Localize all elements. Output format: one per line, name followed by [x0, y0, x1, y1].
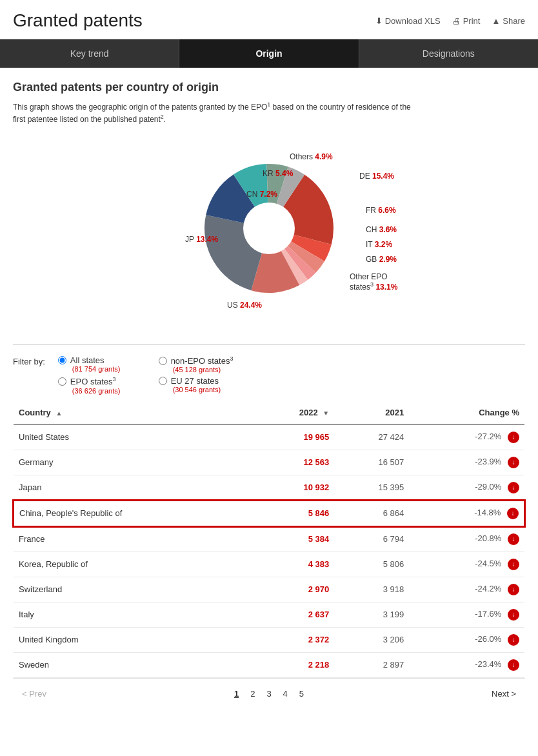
col-country[interactable]: Country ▲: [14, 401, 250, 424]
cell-2021: 3 199: [334, 602, 409, 627]
cell-change: -17.6% ↓: [409, 602, 524, 627]
cell-country: China, People's Republic of: [14, 501, 250, 526]
cell-country: Switzerland: [14, 577, 250, 602]
divider: [13, 344, 525, 345]
cell-country: United Kingdom: [14, 627, 250, 652]
print-button[interactable]: 🖨 Print: [452, 16, 481, 26]
cell-country: Sweden: [14, 652, 250, 677]
filter-epo-radio[interactable]: [58, 377, 66, 386]
page-numbers: 1 2 3 4 5: [232, 688, 306, 700]
pie-label-gb: GB 2.9%: [366, 255, 397, 264]
filter-eu27-radio[interactable]: [159, 377, 167, 385]
table-row: France 5 384 6 794 -20.8% ↓: [14, 526, 524, 552]
description: This graph shows the geographic origin o…: [13, 101, 413, 125]
download-icon: ⬇: [375, 16, 383, 26]
page-3[interactable]: 3: [264, 688, 274, 700]
next-button[interactable]: Next >: [488, 688, 520, 700]
cell-2021: 3 206: [334, 627, 409, 652]
cell-change: -27.2% ↓: [409, 424, 524, 450]
cell-2021: 6 794: [334, 526, 409, 552]
cell-country: Japan: [14, 475, 250, 501]
cell-change: -24.5% ↓: [409, 552, 524, 577]
cell-change: -20.8% ↓: [409, 526, 524, 552]
page-1[interactable]: 1: [232, 688, 241, 700]
tab-bar: Key trend Origin Designations: [0, 39, 538, 68]
col-change[interactable]: Change %: [409, 401, 524, 424]
pie-label-jp: JP 13.4%: [185, 235, 218, 244]
cell-country: Italy: [14, 602, 250, 627]
sort-icon-2022: ▼: [323, 410, 329, 417]
cell-country: United States: [14, 424, 250, 450]
filter-section: Filter by: All states (81 754 grants) no…: [13, 355, 525, 395]
tab-key-trend[interactable]: Key trend: [0, 39, 179, 68]
cell-change: -23.9% ↓: [409, 450, 524, 475]
pie-label-de: DE 15.4%: [359, 172, 394, 181]
filter-label: Filter by:: [13, 355, 45, 366]
table-row: Sweden 2 218 2 897 -23.4% ↓: [14, 652, 524, 677]
pie-label-us: US 24.4%: [227, 301, 262, 310]
cell-change: -29.0% ↓: [409, 475, 524, 501]
print-icon: 🖨: [452, 16, 461, 26]
filter-eu27: EU 27 states (30 546 grants): [159, 376, 234, 394]
down-trend-icon: ↓: [508, 457, 519, 468]
table-row: Korea, Republic of 4 383 5 806 -24.5% ↓: [14, 552, 524, 577]
pagination: < Prev 1 2 3 4 5 Next >: [13, 678, 525, 706]
cell-2022: 2 970: [250, 577, 334, 602]
cell-country: Korea, Republic of: [14, 552, 250, 577]
tab-designations[interactable]: Designations: [359, 39, 538, 68]
filter-all-radio[interactable]: [58, 356, 66, 364]
page-2[interactable]: 2: [248, 688, 257, 700]
prev-button[interactable]: < Prev: [18, 688, 50, 700]
cell-change: -23.4% ↓: [409, 652, 524, 677]
cell-change: -26.0% ↓: [409, 627, 524, 652]
table-row: Switzerland 2 970 3 918 -24.2% ↓: [14, 577, 524, 602]
pie-label-other-epo: Other EPOstates3 13.1%: [350, 272, 397, 292]
section-title: Granted patents per country of origin: [13, 81, 525, 94]
cell-change: -24.2% ↓: [409, 577, 524, 602]
filter-all-states: All states (81 754 grants): [58, 355, 133, 373]
table-row: Germany 12 563 16 507 -23.9% ↓: [14, 450, 524, 475]
table-row: United Kingdom 2 372 3 206 -26.0% ↓: [14, 627, 524, 652]
cell-2022: 2 372: [250, 627, 334, 652]
page-5[interactable]: 5: [297, 688, 306, 700]
pie-label-fr: FR 6.6%: [366, 206, 396, 215]
table-row: China, People's Republic of 5 846 6 864 …: [14, 501, 524, 526]
header: Granted patents ⬇ Download XLS 🖨 Print ▲…: [0, 0, 538, 39]
cell-2021: 6 864: [334, 501, 409, 526]
data-table: Country ▲ 2022 ▼ 2021 Change %: [13, 401, 525, 678]
cell-2021: 3 918: [334, 577, 409, 602]
cell-2022: 5 384: [250, 526, 334, 552]
page-title: Granted patents: [13, 10, 143, 31]
pie-label-ch: CH 3.6%: [366, 225, 397, 234]
sort-icon-country: ▲: [55, 410, 62, 417]
cell-2022: 4 383: [250, 552, 334, 577]
col-2022[interactable]: 2022 ▼: [250, 401, 334, 424]
tab-origin[interactable]: Origin: [179, 39, 359, 68]
cell-change: -14.8% ↓: [409, 501, 524, 526]
pie-label-others: Others 4.9%: [290, 152, 333, 161]
down-trend-icon: ↓: [508, 432, 519, 443]
down-trend-icon: ↓: [508, 533, 519, 545]
cell-2022: 10 932: [250, 475, 334, 501]
cell-2022: 19 965: [250, 424, 334, 450]
cell-2021: 5 806: [334, 552, 409, 577]
main-content: Granted patents per country of origin Th…: [0, 68, 538, 713]
share-button[interactable]: ▲ Share: [492, 16, 525, 26]
pie-label-cn: CN 7.2%: [246, 190, 277, 199]
table-row: Italy 2 637 3 199 -17.6% ↓: [14, 602, 524, 627]
down-trend-icon: ↓: [508, 609, 519, 621]
down-trend-icon: ↓: [508, 584, 519, 595]
page-4[interactable]: 4: [281, 688, 290, 700]
col-2021[interactable]: 2021: [334, 401, 409, 424]
filter-non-epo-radio[interactable]: [159, 357, 167, 365]
pie-label-it: IT 3.2%: [366, 240, 392, 249]
cell-2021: 15 395: [334, 475, 409, 501]
share-icon: ▲: [492, 16, 500, 26]
cell-2022: 12 563: [250, 450, 334, 475]
cell-country: France: [14, 526, 250, 552]
filter-options: All states (81 754 grants) non-EPO state…: [58, 355, 234, 395]
header-actions: ⬇ Download XLS 🖨 Print ▲ Share: [375, 16, 525, 26]
filter-non-epo: non-EPO states3 (45 128 grants): [159, 355, 234, 373]
cell-2022: 2 637: [250, 602, 334, 627]
download-button[interactable]: ⬇ Download XLS: [375, 16, 441, 26]
